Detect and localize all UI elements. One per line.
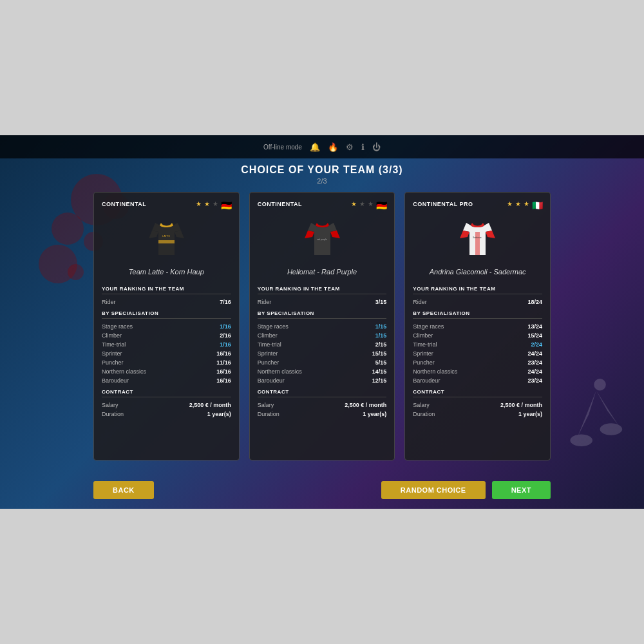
svg-text:rad purple: rad purple xyxy=(317,238,327,241)
card-header-2: CONTINENTAL ★ ★ ★ 🇩🇪 xyxy=(258,200,387,207)
fire-icon[interactable]: 🔥 xyxy=(328,142,338,152)
duration-row-1: Duration 1 year(s) xyxy=(102,410,231,419)
star-1-2: ★ xyxy=(204,200,210,207)
random-choice-button[interactable]: Random Choice xyxy=(381,481,486,499)
duration-row-2: Duration 1 year(s) xyxy=(258,410,387,419)
team-name-3: Andrina Giacomoli - Sadermac xyxy=(413,268,542,276)
team-name-2: Hellomat - Rad Purple xyxy=(258,268,387,276)
spec-row-3-4: Puncher 23/24 xyxy=(413,358,542,367)
spec-row-1-0: Stage races 1/16 xyxy=(102,322,231,331)
next-button[interactable]: Next xyxy=(492,481,551,499)
stars-flags-3: ★ ★ ★ 🇮🇹 xyxy=(507,200,542,207)
svg-text:Sadermac: Sadermac xyxy=(473,236,482,239)
spec-row-3-1: Climber 15/24 xyxy=(413,331,542,340)
game-window: Off-line mode 🔔 🔥 ⚙ ℹ ⏻ CHOICE OF YOUR T… xyxy=(0,135,644,509)
star-1-3: ★ xyxy=(213,200,218,207)
offline-mode-label: Off-line mode xyxy=(263,144,302,151)
rider-value-1: 7/16 xyxy=(220,299,231,305)
salary-row-3: Salary 2,500 € / month xyxy=(413,401,542,410)
team-card-3[interactable]: CONTINENTAL PRO ★ ★ ★ 🇮🇹 xyxy=(404,192,551,460)
ranking-section-1: YOUR RANKING IN THE TEAM xyxy=(102,286,231,294)
spec-row-2-3: Sprinter 15/15 xyxy=(258,349,387,358)
team-card-1[interactable]: CONTINENTAL ★ ★ ★ 🇩🇪 xyxy=(93,192,240,460)
power-icon[interactable]: ⏻ xyxy=(372,142,381,152)
star-3-3: ★ xyxy=(524,200,529,207)
flag-3: 🇮🇹 xyxy=(532,200,542,207)
star-2-3: ★ xyxy=(368,200,374,207)
team-type-2: CONTINENTAL xyxy=(258,201,302,207)
team-type-1: CONTINENTAL xyxy=(102,201,146,207)
duration-row-3: Duration 1 year(s) xyxy=(413,410,542,419)
cyclist-silhouette xyxy=(554,374,631,470)
spec-section-3: BY SPECIALISATION xyxy=(413,310,542,319)
spec-row-1-3: Sprinter 16/16 xyxy=(102,349,231,358)
salary-row-1: Salary 2,500 € / month xyxy=(102,401,231,410)
team-type-3: CONTINENTAL PRO xyxy=(413,201,473,207)
spec-row-2-6: Baroudeur 12/15 xyxy=(258,376,387,385)
spec-row-2-0: Stage races 1/15 xyxy=(258,322,387,331)
flag-2: 🇩🇪 xyxy=(376,200,386,207)
ranking-section-3: YOUR RANKING IN THE TEAM xyxy=(413,286,542,294)
jersey-3: Sadermac xyxy=(460,218,495,260)
spec-row-3-2: Time-trial 2/24 xyxy=(413,340,542,349)
spec-row-3-0: Stage races 13/24 xyxy=(413,322,542,331)
bg-decoration xyxy=(52,213,84,245)
rider-rank-row-3: Rider 18/24 xyxy=(413,298,542,307)
spec-row-3-6: Baroudeur 23/24 xyxy=(413,376,542,385)
spec-row-1-2: Time-trial 1/16 xyxy=(102,340,231,349)
spec-row-1-6: Baroudeur 16/16 xyxy=(102,376,231,385)
jersey-container-2: rad purple xyxy=(258,213,387,264)
bell-icon[interactable]: 🔔 xyxy=(310,142,320,152)
spec-section-1: BY SPECIALISATION xyxy=(102,310,231,319)
star-3-1: ★ xyxy=(507,200,513,207)
svg-point-2 xyxy=(600,423,623,435)
contract-section-1: CONTRACT xyxy=(102,389,231,397)
star-2-2: ★ xyxy=(359,200,365,207)
svg-text:LATTE: LATTE xyxy=(162,234,170,238)
jersey-2: rad purple xyxy=(305,218,340,260)
spec-row-3-3: Sprinter 24/24 xyxy=(413,349,542,358)
jersey-container-3: Sadermac xyxy=(413,213,542,264)
spec-section-2: BY SPECIALISATION xyxy=(258,310,387,319)
svg-point-0 xyxy=(594,379,605,390)
stars-flags-2: ★ ★ ★ 🇩🇪 xyxy=(351,200,386,207)
info-icon[interactable]: ℹ xyxy=(361,142,365,152)
spec-row-3-5: Northern classics 24/24 xyxy=(413,367,542,376)
contract-section-3: CONTRACT xyxy=(413,389,542,397)
spec-row-2-4: Puncher 5/15 xyxy=(258,358,387,367)
back-button[interactable]: Back xyxy=(93,481,154,499)
team-name-1: Team Latte - Korn Haup xyxy=(102,268,231,276)
svg-rect-6 xyxy=(475,232,480,255)
cards-container: CONTINENTAL ★ ★ ★ 🇩🇪 xyxy=(93,192,551,460)
top-bar: Off-line mode 🔔 🔥 ⚙ ℹ ⏻ xyxy=(0,135,644,158)
rider-rank-row-2: Rider 3/15 xyxy=(258,298,387,307)
spec-row-1-1: Climber 2/16 xyxy=(102,331,231,340)
svg-rect-3 xyxy=(158,240,175,243)
page-subtitle: 2/3 xyxy=(317,177,327,185)
team-card-2[interactable]: CONTINENTAL ★ ★ ★ 🇩🇪 rad purple xyxy=(249,192,395,460)
card-header-3: CONTINENTAL PRO ★ ★ ★ 🇮🇹 xyxy=(413,200,542,207)
bottom-bar: Back Random Choice Next xyxy=(0,481,644,499)
contract-section-2: CONTRACT xyxy=(258,389,387,397)
flag-1: 🇩🇪 xyxy=(221,200,231,207)
spec-row-2-1: Climber 1/15 xyxy=(258,331,387,340)
spec-row-1-4: Puncher 11/16 xyxy=(102,358,231,367)
jersey-1: LATTE xyxy=(149,218,184,260)
card-header-1: CONTINENTAL ★ ★ ★ 🇩🇪 xyxy=(102,200,231,207)
page-header: CHOICE OF YOUR TEAM (3/3) 2/3 xyxy=(0,158,644,191)
stars-flags-1: ★ ★ ★ 🇩🇪 xyxy=(196,200,231,207)
bg-decoration xyxy=(68,264,84,280)
jersey-container-1: LATTE xyxy=(102,213,231,264)
star-2-1: ★ xyxy=(351,200,357,207)
star-1-1: ★ xyxy=(196,200,202,207)
spec-row-1-5: Northern classics 16/16 xyxy=(102,367,231,376)
spec-row-2-5: Northern classics 14/15 xyxy=(258,367,387,376)
gear-icon[interactable]: ⚙ xyxy=(346,142,354,152)
svg-point-1 xyxy=(570,435,592,446)
rider-label-1: Rider xyxy=(102,299,116,305)
rider-rank-row-1: Rider 7/16 xyxy=(102,298,231,307)
salary-row-2: Salary 2,500 € / month xyxy=(258,401,387,410)
star-3-2: ★ xyxy=(515,200,521,207)
ranking-section-2: YOUR RANKING IN THE TEAM xyxy=(258,286,387,294)
page-title: CHOICE OF YOUR TEAM (3/3) xyxy=(241,164,402,176)
